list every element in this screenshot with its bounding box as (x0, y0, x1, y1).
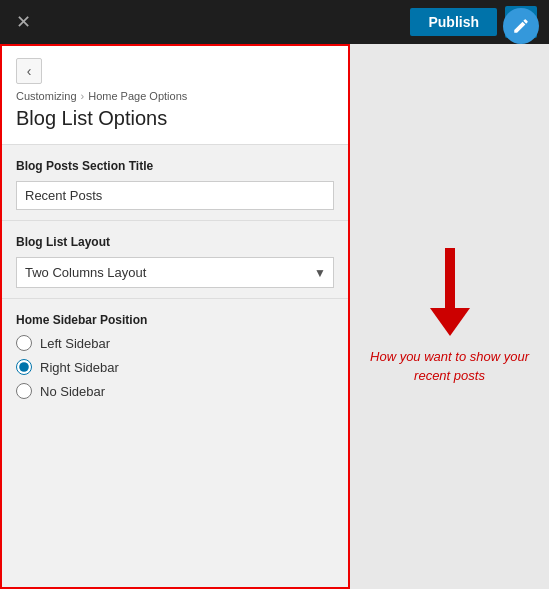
main-panel: ‹ Customizing › Home Page Options Blog L… (0, 44, 350, 589)
sidebar-left-item: Left Sidebar (16, 335, 334, 351)
caption-text: How you want to show your recent posts (350, 348, 549, 384)
sidebar-right-item: Right Sidebar (16, 359, 334, 375)
sidebar-radio-group: Left Sidebar Right Sidebar No Sidebar (16, 335, 334, 399)
section-title-input[interactable] (16, 181, 334, 210)
down-arrow (430, 248, 470, 336)
breadcrumb-parent: Home Page Options (88, 90, 187, 102)
sidebar-section: Home Sidebar Position Left Sidebar Right… (2, 298, 348, 409)
sidebar-left-label: Left Sidebar (40, 336, 110, 351)
arrow-shaft (445, 248, 455, 308)
edit-icon-circle[interactable] (503, 8, 539, 44)
layout-select[interactable]: One Column Layout Two Columns Layout Thr… (16, 257, 334, 288)
breadcrumb-separator: › (81, 90, 85, 102)
sidebar-right-radio[interactable] (16, 359, 32, 375)
top-bar: ✕ Publish ⚙ (0, 0, 549, 44)
pencil-icon (512, 17, 530, 35)
arrow-head (430, 308, 470, 336)
section-title-section: Blog Posts Section Title (2, 145, 348, 220)
sidebar-none-item: No Sidebar (16, 383, 334, 399)
sidebar-right-label: Right Sidebar (40, 360, 119, 375)
panel-header: ‹ Customizing › Home Page Options Blog L… (2, 46, 348, 145)
sidebar-none-radio[interactable] (16, 383, 32, 399)
publish-button[interactable]: Publish (410, 8, 497, 36)
layout-section: Blog List Layout One Column Layout Two C… (2, 220, 348, 298)
layout-label: Blog List Layout (16, 235, 334, 249)
close-button[interactable]: ✕ (12, 9, 35, 35)
breadcrumb-root: Customizing (16, 90, 77, 102)
back-button[interactable]: ‹ (16, 58, 42, 84)
sidebar-label: Home Sidebar Position (16, 313, 334, 327)
breadcrumb: Customizing › Home Page Options (16, 90, 334, 102)
panel-title: Blog List Options (16, 106, 334, 130)
arrow-section: How you want to show your recent posts (350, 44, 549, 589)
layout-select-wrap: One Column Layout Two Columns Layout Thr… (16, 257, 334, 288)
sidebar-left-radio[interactable] (16, 335, 32, 351)
section-title-label: Blog Posts Section Title (16, 159, 334, 173)
sidebar-none-label: No Sidebar (40, 384, 105, 399)
